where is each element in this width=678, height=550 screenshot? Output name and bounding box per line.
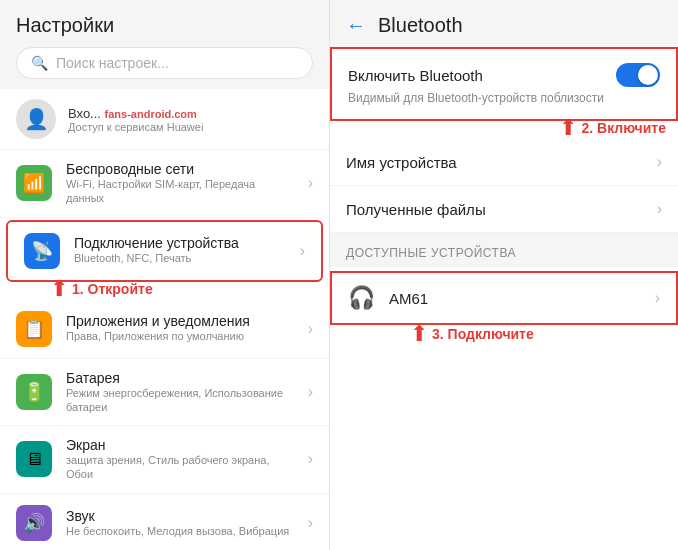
display-title: Экран	[66, 437, 294, 453]
chevron-icon: ›	[308, 320, 313, 338]
toggle-knob	[638, 65, 658, 85]
sound-title: Звук	[66, 508, 294, 524]
chevron-icon: ›	[300, 242, 305, 260]
settings-title: Настройки	[16, 14, 313, 37]
right-content: Включить Bluetooth Видимый для Bluetooth…	[330, 47, 678, 550]
left-header: Настройки 🔍 Поиск настроек...	[0, 0, 329, 89]
headphone-icon: 🎧	[348, 285, 375, 311]
available-devices-label: ДОСТУПНЫЕ УСТРОЙСТВА	[346, 246, 516, 260]
device-connection-icon: 📡	[24, 233, 60, 269]
left-panel: Настройки 🔍 Поиск настроек... 👤 Вхо... f…	[0, 0, 330, 550]
user-sub: Доступ к сервисам Huawei	[68, 121, 313, 133]
menu-list: 📶 Беспроводные сети Wi-Fi, Настройки SIM…	[0, 150, 329, 550]
sound-icon: 🔊	[16, 505, 52, 541]
device-row-am61[interactable]: 🎧 АМ61 ›	[330, 271, 678, 325]
device-name-label: Имя устройства	[346, 154, 457, 171]
back-button[interactable]: ←	[346, 14, 366, 37]
right-header: ← Bluetooth	[330, 0, 678, 47]
chevron-icon: ›	[308, 450, 313, 468]
user-row[interactable]: 👤 Вхо... fans-android.com Доступ к серви…	[0, 89, 329, 150]
device-name-row[interactable]: Имя устройства ›	[330, 139, 678, 186]
battery-sub: Режим энергосбережения, Использование ба…	[66, 386, 294, 415]
user-info: Вхо... fans-android.com Доступ к сервиса…	[68, 106, 313, 133]
apps-text: Приложения и уведомления Права, Приложен…	[66, 313, 294, 343]
wireless-sub: Wi-Fi, Настройки SIM-карт, Передача данн…	[66, 177, 294, 206]
battery-icon: 🔋	[16, 374, 52, 410]
sound-sub: Не беспокоить, Мелодия вызова, Вибрация	[66, 524, 294, 538]
bluetooth-toggle[interactable]	[616, 63, 660, 87]
device-connection-text: Подключение устройства Bluetooth, NFC, П…	[74, 235, 286, 265]
step3-label: 3. Подключите	[432, 326, 534, 342]
chevron-icon: ›	[655, 289, 660, 307]
apps-title: Приложения и уведомления	[66, 313, 294, 329]
right-panel: ← Bluetooth Включить Bluetooth Видимый д…	[330, 0, 678, 550]
search-icon: 🔍	[31, 55, 48, 71]
received-files-row[interactable]: Полученные файлы ›	[330, 186, 678, 233]
battery-title: Батарея	[66, 370, 294, 386]
wireless-icon: 📶	[16, 165, 52, 201]
search-bar[interactable]: 🔍 Поиск настроек...	[16, 47, 313, 79]
avatar: 👤	[16, 99, 56, 139]
wireless-title: Беспроводные сети	[66, 161, 294, 177]
display-text: Экран защита зрения, Стиль рабочего экра…	[66, 437, 294, 482]
user-name: Вхо... fans-android.com	[68, 106, 313, 121]
step2-label: 2. Включите	[581, 120, 666, 136]
apps-icon: 📋	[16, 311, 52, 347]
menu-item-display[interactable]: 🖥 Экран защита зрения, Стиль рабочего эк…	[0, 426, 329, 494]
bt-toggle-row: Включить Bluetooth	[348, 63, 660, 87]
battery-text: Батарея Режим энергосбережения, Использо…	[66, 370, 294, 415]
chevron-icon: ›	[308, 514, 313, 532]
watermark: fans-android.com	[105, 108, 197, 120]
display-icon: 🖥	[16, 441, 52, 477]
chevron-icon: ›	[308, 383, 313, 401]
step1-label: 1. Откройте	[72, 281, 153, 297]
menu-item-wireless[interactable]: 📶 Беспроводные сети Wi-Fi, Настройки SIM…	[0, 150, 329, 218]
menu-item-device-connection[interactable]: 📡 Подключение устройства Bluetooth, NFC,…	[6, 220, 323, 282]
apps-sub: Права, Приложения по умолчанию	[66, 329, 294, 343]
search-input: Поиск настроек...	[56, 55, 169, 71]
menu-item-battery[interactable]: 🔋 Батарея Режим энергосбережения, Исполь…	[0, 359, 329, 427]
chevron-icon: ›	[657, 153, 662, 171]
device-name-am61: АМ61	[389, 290, 428, 307]
menu-item-apps[interactable]: 📋 Приложения и уведомления Права, Прилож…	[0, 300, 329, 359]
sound-text: Звук Не беспокоить, Мелодия вызова, Вибр…	[66, 508, 294, 538]
menu-item-sound[interactable]: 🔊 Звук Не беспокоить, Мелодия вызова, Ви…	[0, 494, 329, 550]
bt-toggle-section: Включить Bluetooth Видимый для Bluetooth…	[330, 47, 678, 121]
bluetooth-title: Bluetooth	[378, 14, 463, 37]
device-connection-sub: Bluetooth, NFC, Печать	[74, 251, 286, 265]
bt-toggle-label: Включить Bluetooth	[348, 67, 483, 84]
chevron-icon: ›	[308, 174, 313, 192]
display-sub: защита зрения, Стиль рабочего экрана, Об…	[66, 453, 294, 482]
received-files-label: Полученные файлы	[346, 201, 486, 218]
chevron-icon: ›	[657, 200, 662, 218]
device-connection-title: Подключение устройства	[74, 235, 286, 251]
available-devices-header: ДОСТУПНЫЕ УСТРОЙСТВА	[330, 233, 678, 267]
bt-sub: Видимый для Bluetooth-устройств поблизос…	[348, 91, 660, 105]
wireless-text: Беспроводные сети Wi-Fi, Настройки SIM-к…	[66, 161, 294, 206]
